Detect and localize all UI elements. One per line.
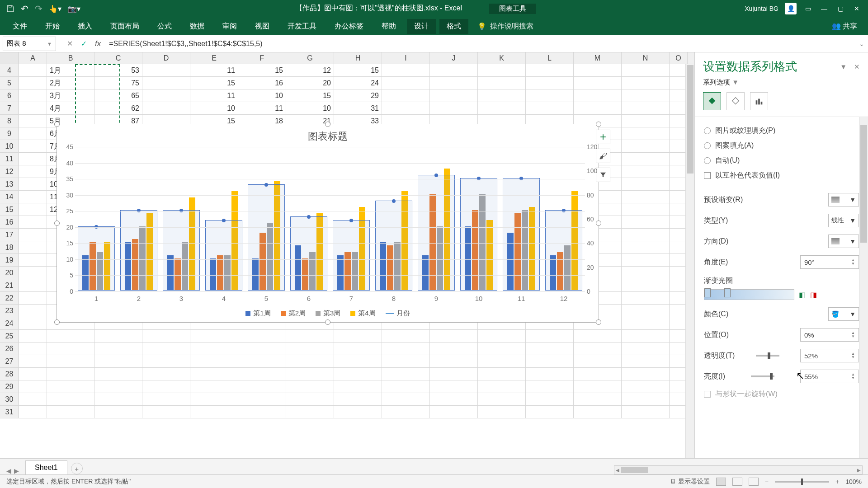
cell[interactable] — [670, 343, 688, 355]
cell[interactable] — [478, 406, 526, 418]
selected-series-box[interactable] — [120, 210, 157, 291]
cell[interactable] — [670, 153, 688, 165]
row-header[interactable]: 20 — [0, 267, 19, 279]
col-header[interactable]: N — [622, 52, 670, 64]
maximize-icon[interactable]: ▢ — [835, 4, 845, 14]
cell[interactable] — [526, 380, 574, 393]
cell[interactable] — [574, 393, 622, 405]
cell[interactable] — [190, 380, 238, 393]
cell[interactable] — [430, 380, 478, 393]
row-header[interactable]: 29 — [0, 380, 19, 393]
row-header[interactable]: 6 — [0, 89, 19, 102]
tab-developer[interactable]: 开发工具 — [280, 19, 324, 34]
cell[interactable]: 65 — [94, 89, 142, 102]
cell[interactable] — [478, 368, 526, 380]
col-header[interactable]: K — [478, 52, 526, 64]
cell[interactable] — [142, 355, 190, 367]
cell[interactable] — [19, 140, 47, 152]
fill-line-tab[interactable] — [703, 92, 721, 110]
cell[interactable] — [670, 127, 688, 140]
cell[interactable]: 2月 — [47, 77, 94, 89]
remove-stop-icon[interactable]: ◨ — [810, 291, 817, 299]
pane-options-icon[interactable]: ▼ — [840, 63, 847, 71]
gradient-direction-dropdown[interactable]: ▼ — [828, 235, 859, 248]
cell[interactable] — [622, 229, 670, 241]
cell[interactable] — [382, 64, 430, 76]
cell[interactable] — [622, 279, 670, 291]
cell[interactable] — [94, 343, 142, 355]
cell[interactable] — [670, 330, 688, 342]
col-header[interactable]: I — [382, 52, 430, 64]
tab-format[interactable]: 格式 — [439, 19, 468, 34]
tellme-search[interactable]: 💡 操作说明搜索 — [477, 22, 533, 31]
cell[interactable] — [142, 343, 190, 355]
cell[interactable] — [19, 77, 47, 89]
cell[interactable] — [382, 380, 430, 393]
cell[interactable] — [142, 393, 190, 405]
col-header[interactable]: H — [334, 52, 382, 64]
cell[interactable] — [670, 279, 688, 291]
cell[interactable] — [238, 368, 286, 380]
save-icon[interactable] — [6, 5, 14, 13]
cell[interactable] — [670, 229, 688, 241]
cell[interactable] — [382, 393, 430, 405]
cell[interactable] — [622, 343, 670, 355]
cell[interactable] — [526, 368, 574, 380]
cell[interactable] — [19, 229, 47, 241]
cell[interactable]: 10 — [286, 102, 334, 114]
cell[interactable] — [238, 343, 286, 355]
transparency-slider[interactable] — [756, 355, 779, 357]
cell[interactable] — [670, 102, 688, 114]
cell[interactable] — [19, 153, 47, 165]
cell[interactable] — [238, 355, 286, 367]
cell[interactable] — [382, 355, 430, 367]
cell[interactable] — [622, 127, 670, 140]
row-header[interactable]: 10 — [0, 140, 19, 152]
cell[interactable] — [670, 254, 688, 266]
tab-data[interactable]: 数据 — [183, 19, 212, 34]
cell[interactable] — [478, 380, 526, 393]
tab-home[interactable]: 开始 — [38, 19, 67, 34]
cell[interactable] — [190, 330, 238, 342]
col-header[interactable]: A — [19, 52, 47, 64]
chart-title[interactable]: 图表标题 — [57, 124, 599, 146]
cell[interactable] — [142, 368, 190, 380]
col-header[interactable]: C — [94, 52, 142, 64]
cell[interactable] — [574, 406, 622, 418]
sheet-tab[interactable]: Sheet1 — [25, 460, 67, 474]
tab-review[interactable]: 审阅 — [215, 19, 244, 34]
cell[interactable] — [19, 279, 47, 291]
chart-elements-button[interactable]: + — [596, 130, 610, 144]
cell[interactable] — [574, 368, 622, 380]
row-header[interactable]: 16 — [0, 216, 19, 228]
cell[interactable] — [670, 368, 688, 380]
cell[interactable] — [334, 406, 382, 418]
cell[interactable] — [19, 267, 47, 279]
col-header[interactable]: M — [574, 52, 622, 64]
cell[interactable] — [19, 64, 47, 76]
view-pagebreak-icon[interactable] — [749, 478, 759, 486]
cancel-formula-icon[interactable]: ✕ — [67, 39, 73, 48]
cell[interactable] — [190, 355, 238, 367]
cell[interactable] — [622, 115, 670, 127]
cell[interactable] — [574, 64, 622, 76]
cell[interactable] — [430, 355, 478, 367]
cell[interactable] — [47, 330, 94, 342]
cell[interactable]: 75 — [94, 77, 142, 89]
cell[interactable] — [526, 343, 574, 355]
cell[interactable] — [670, 64, 688, 76]
vertical-scrollbar[interactable] — [685, 64, 694, 458]
cell[interactable] — [526, 355, 574, 367]
cell[interactable] — [286, 355, 334, 367]
cell[interactable] — [670, 140, 688, 152]
cell[interactable] — [19, 406, 47, 418]
cell[interactable] — [622, 267, 670, 279]
cell[interactable] — [382, 343, 430, 355]
cell[interactable] — [670, 355, 688, 367]
pane-scrollbar[interactable] — [859, 117, 868, 458]
row-header[interactable]: 15 — [0, 203, 19, 216]
cell[interactable] — [190, 406, 238, 418]
cell[interactable] — [622, 77, 670, 89]
cell[interactable] — [334, 355, 382, 367]
cell[interactable] — [574, 355, 622, 367]
